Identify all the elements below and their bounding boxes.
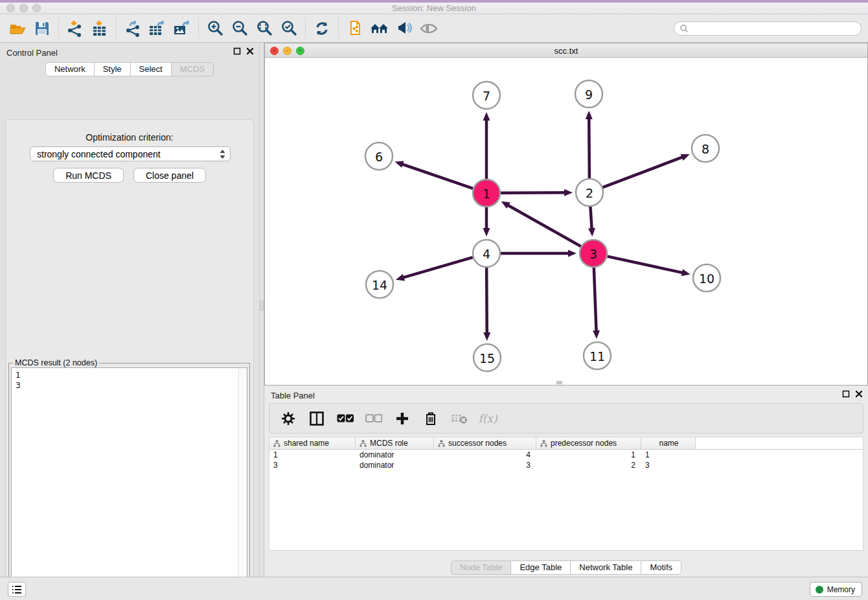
graph-node-7[interactable]: 7	[473, 82, 500, 109]
graph-edge-1-2[interactable]	[501, 192, 565, 193]
graph-node-14[interactable]: 14	[366, 271, 393, 298]
graph-edge-3-10[interactable]	[607, 257, 683, 273]
graph-node-8[interactable]: 8	[692, 135, 719, 162]
node-label: 7	[483, 89, 490, 103]
scrollbar-track[interactable]	[238, 368, 247, 600]
edge-arrowhead	[483, 228, 490, 237]
graph-edge-1-6[interactable]	[402, 164, 473, 189]
graph-edge-4-14[interactable]	[403, 257, 473, 278]
export-table-icon	[148, 19, 167, 38]
graph-edge-2-9[interactable]	[589, 118, 589, 178]
search-box[interactable]	[674, 21, 862, 36]
refresh-view-button[interactable]	[311, 17, 333, 40]
graph-node-11[interactable]: 11	[584, 342, 611, 369]
zoom-out-button[interactable]	[229, 17, 251, 40]
mcds-panel: Optimization criterion: strongly connect…	[5, 119, 254, 600]
memory-button[interactable]: Memory	[810, 582, 862, 597]
graph-edge-3-11[interactable]	[594, 268, 597, 332]
export-image-button[interactable]	[171, 17, 193, 40]
table-tab-edge-table[interactable]: Edge Table	[510, 560, 571, 575]
graph-node-15[interactable]: 15	[474, 344, 501, 371]
search-input[interactable]	[689, 24, 856, 33]
table-cell[interactable]: 3	[641, 460, 696, 470]
column-header-name[interactable]: name	[641, 437, 696, 449]
column-header-successor-nodes[interactable]: successor nodes	[434, 437, 536, 449]
zoom-in-button[interactable]	[204, 17, 226, 40]
import-table-button[interactable]	[89, 17, 111, 40]
table-row[interactable]: 1dominator411	[269, 450, 863, 460]
tab-mcds[interactable]: MCDS	[171, 62, 214, 76]
tab-network[interactable]: Network	[45, 62, 95, 76]
splitter-handle[interactable]	[260, 301, 264, 311]
column-header-mcds-role[interactable]: MCDS role	[356, 437, 434, 449]
zoom-fit-button[interactable]	[253, 17, 275, 40]
add-column-button[interactable]	[393, 409, 412, 428]
result-item[interactable]: 3	[16, 380, 247, 391]
network-resize-handle[interactable]	[556, 381, 562, 384]
graph-node-10[interactable]: 10	[693, 264, 720, 292]
save-session-button[interactable]	[31, 17, 53, 40]
close-panel-icon[interactable]	[855, 390, 863, 398]
graph-edge-4-15[interactable]	[486, 268, 487, 334]
clone-network-button[interactable]	[344, 17, 366, 40]
open-file-button[interactable]	[6, 17, 29, 40]
table-cell[interactable]: 1	[641, 450, 696, 460]
graph-edge-2-3[interactable]	[590, 207, 591, 229]
table-header-row: shared nameMCDS rolesuccessor nodesprede…	[269, 437, 863, 450]
unselect-all-columns-button[interactable]	[364, 409, 383, 428]
float-panel-icon[interactable]	[233, 47, 241, 55]
float-panel-icon[interactable]	[842, 390, 850, 398]
run-mcds-button[interactable]: Run MCDS	[53, 168, 124, 183]
table-row[interactable]: 3dominator323	[269, 460, 863, 470]
export-table-button[interactable]	[146, 17, 168, 40]
import-network-button[interactable]	[64, 17, 86, 40]
network-window-titlebar[interactable]: × − + scc.txt	[265, 43, 867, 58]
panel-splitter[interactable]	[259, 43, 264, 577]
network-graph[interactable]: 7968124314101511	[265, 58, 867, 385]
table-tab-network-table[interactable]: Network Table	[570, 560, 641, 575]
table-cell[interactable]: dominator	[356, 450, 434, 460]
node-table[interactable]: shared nameMCDS rolesuccessor nodesprede…	[269, 437, 863, 551]
export-network-button[interactable]	[122, 17, 144, 40]
column-header-predecessor-nodes[interactable]: predecessor nodes	[536, 437, 641, 449]
show-hide-graphics-button[interactable]	[418, 17, 440, 40]
annotation-mode-button[interactable]	[393, 17, 415, 40]
graph-node-4[interactable]: 4	[473, 240, 500, 267]
table-cell[interactable]: 3	[269, 460, 356, 470]
network-overview-button[interactable]	[369, 17, 391, 40]
network-canvas[interactable]: 7968124314101511	[265, 58, 867, 385]
graph-edge-2-8[interactable]	[603, 157, 683, 187]
table-cell[interactable]: 1	[269, 450, 356, 460]
network-view-window: × − + scc.txt 7968124314101511	[264, 43, 868, 386]
table-settings-button[interactable]	[279, 409, 298, 428]
select-all-columns-button[interactable]	[336, 409, 355, 428]
close-panel-icon[interactable]	[246, 47, 254, 55]
table-cell[interactable]: 4	[434, 450, 536, 460]
table-cell[interactable]: 3	[434, 460, 536, 470]
graph-node-9[interactable]: 9	[575, 80, 602, 108]
toolbar-separator	[116, 18, 117, 39]
toggle-columns-button[interactable]	[307, 409, 326, 428]
column-header-shared-name[interactable]: shared name	[269, 437, 356, 449]
titlebar: Session: New Session	[0, 0, 868, 14]
zoom-selected-button[interactable]	[278, 17, 300, 40]
criterion-dropdown[interactable]: strongly connected component	[30, 146, 231, 161]
graph-node-3[interactable]: 3	[580, 240, 607, 267]
tab-select[interactable]: Select	[130, 62, 172, 76]
delete-columns-button[interactable]	[421, 409, 440, 428]
table-cell[interactable]: 2	[536, 460, 641, 470]
task-history-button[interactable]	[8, 582, 26, 597]
table-tab-node-table[interactable]: Node Table	[451, 560, 512, 575]
gear-icon	[281, 411, 295, 426]
graph-edge-3-1[interactable]	[507, 205, 581, 246]
table-tab-motifs[interactable]: Motifs	[641, 560, 681, 575]
table-cell[interactable]: 1	[536, 450, 641, 460]
graph-node-2[interactable]: 2	[576, 179, 603, 206]
result-item[interactable]: 1	[16, 370, 247, 380]
graph-node-1[interactable]: 1	[473, 179, 500, 207]
tab-style[interactable]: Style	[94, 62, 131, 76]
mcds-result-list[interactable]: 13	[11, 367, 247, 600]
table-cell[interactable]: dominator	[356, 460, 434, 470]
close-panel-button[interactable]: Close panel	[133, 168, 206, 183]
graph-node-6[interactable]: 6	[365, 143, 393, 170]
